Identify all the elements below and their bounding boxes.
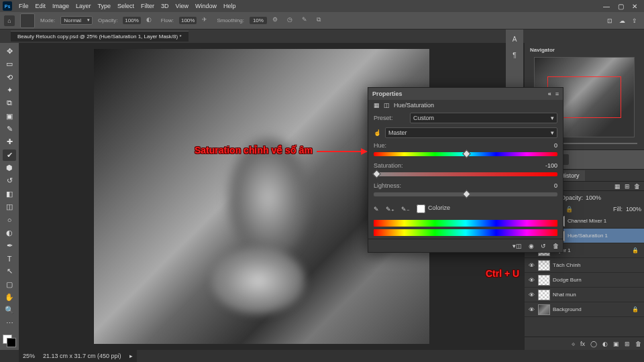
- lightness-value[interactable]: 0: [539, 182, 557, 189]
- view-previous-icon[interactable]: ◉: [529, 243, 534, 249]
- layer-row[interactable]: 👁Dodge Burn: [525, 273, 644, 288]
- blur-tool[interactable]: ○: [3, 214, 16, 225]
- minimize-icon[interactable]: —: [603, 3, 610, 10]
- menu-file[interactable]: File: [19, 3, 29, 9]
- share-icon[interactable]: ⇪: [632, 17, 637, 24]
- document-tabs: Beauty Retouch copy.psd @ 25% (Hue/Satur…: [0, 29, 644, 43]
- history-trash-icon[interactable]: 🗑: [634, 183, 640, 190]
- menu-image[interactable]: Image: [52, 3, 69, 9]
- dodge-tool[interactable]: ◐: [3, 227, 16, 238]
- trash-icon[interactable]: 🗑: [553, 243, 559, 249]
- pressure-size-icon[interactable]: ✎: [302, 16, 311, 25]
- layer-row[interactable]: 👁Background🔒: [525, 302, 644, 317]
- eyedropper-tool[interactable]: ✎: [3, 123, 16, 135]
- edit-toolbar[interactable]: ⋯: [3, 318, 16, 329]
- menu-select[interactable]: Select: [117, 3, 134, 9]
- blend-mode-select[interactable]: Normal: [60, 16, 93, 25]
- lightness-slider[interactable]: [368, 191, 563, 200]
- heal-tool[interactable]: ✚: [3, 136, 16, 147]
- reset-icon[interactable]: ↺: [541, 243, 546, 249]
- menu-help[interactable]: Help: [223, 3, 236, 9]
- home-icon[interactable]: ⌂: [4, 15, 15, 26]
- brush-preview[interactable]: [20, 13, 35, 28]
- visibility-icon[interactable]: 👁: [527, 277, 535, 284]
- hue-value[interactable]: 0: [539, 142, 557, 149]
- mode-label: Mode:: [40, 17, 55, 23]
- color-swatch[interactable]: [3, 335, 16, 347]
- menu-edit[interactable]: Edit: [36, 3, 46, 9]
- lasso-tool[interactable]: ⟲: [3, 72, 16, 83]
- angle-icon[interactable]: ◷: [287, 16, 297, 25]
- new-layer-icon[interactable]: ⊞: [625, 341, 630, 347]
- airbrush-icon[interactable]: ✈: [202, 16, 211, 25]
- type-tool[interactable]: T: [3, 253, 16, 264]
- opacity-value[interactable]: 100%: [123, 17, 140, 24]
- flow-value[interactable]: 100%: [179, 17, 197, 24]
- menu-type[interactable]: Type: [98, 3, 111, 9]
- colorize-checkbox[interactable]: [417, 204, 425, 213]
- group-icon[interactable]: ▣: [613, 341, 619, 347]
- crop-tool[interactable]: ⧉: [3, 97, 16, 109]
- cloud-icon[interactable]: ☁: [619, 17, 625, 24]
- link-layers-icon[interactable]: ⟐: [572, 341, 575, 347]
- lock-all-icon[interactable]: 🔒: [566, 206, 572, 213]
- menu-3d[interactable]: 3D: [161, 3, 169, 9]
- panel-menu-icon[interactable]: ≡: [555, 90, 559, 97]
- visibility-icon[interactable]: 👁: [527, 292, 535, 298]
- hand-tool[interactable]: ✋: [3, 292, 16, 303]
- move-tool[interactable]: ✥: [3, 46, 16, 57]
- frame-tool[interactable]: ▣: [3, 111, 16, 122]
- preset-select[interactable]: Custom: [410, 113, 557, 123]
- clip-icon[interactable]: ▾◫: [513, 243, 522, 249]
- eraser-tool[interactable]: ◧: [3, 188, 16, 199]
- pen-tool[interactable]: ✒: [3, 240, 16, 251]
- menu-view[interactable]: View: [176, 3, 189, 9]
- zoom-tool[interactable]: 🔍: [3, 304, 16, 316]
- eyedropper-sub-icon[interactable]: ✎₋: [401, 206, 410, 213]
- color-panel-icon[interactable]: A: [509, 34, 520, 44]
- history-new-icon[interactable]: ⊞: [625, 183, 630, 190]
- layer-row[interactable]: 👁Tách Chính: [525, 258, 644, 273]
- gear-icon[interactable]: ⚙: [272, 16, 282, 25]
- document-tab[interactable]: Beauty Retouch copy.psd @ 25% (Hue/Satur…: [11, 31, 189, 42]
- channel-select[interactable]: Master: [385, 127, 557, 138]
- saturation-slider[interactable]: [368, 171, 563, 180]
- stamp-tool[interactable]: ⬢: [3, 162, 16, 174]
- layer-fx-icon[interactable]: fx: [580, 341, 585, 347]
- status-chevron-icon[interactable]: ▸: [129, 353, 133, 359]
- close-icon[interactable]: ✕: [632, 3, 637, 10]
- panel-collapse-icon[interactable]: «: [548, 90, 551, 97]
- menu-layer[interactable]: Layer: [76, 3, 91, 9]
- marquee-tool[interactable]: ▭: [3, 58, 16, 70]
- path-tool[interactable]: ↖: [3, 265, 16, 277]
- gradient-tool[interactable]: ◫: [3, 201, 16, 213]
- visibility-icon[interactable]: 👁: [527, 306, 535, 313]
- hue-slider[interactable]: [368, 151, 563, 160]
- adjustment-layer-icon[interactable]: ◐: [602, 341, 608, 347]
- mask-icon[interactable]: ◫: [384, 102, 390, 109]
- saturation-value[interactable]: -100: [539, 162, 557, 169]
- history-icon[interactable]: ▦: [614, 183, 621, 190]
- visibility-icon[interactable]: 👁: [527, 262, 535, 269]
- char-panel-icon[interactable]: ¶: [509, 50, 520, 60]
- layer-opacity-value[interactable]: 100%: [586, 194, 601, 201]
- shape-tool[interactable]: ▢: [3, 279, 16, 290]
- delete-layer-icon[interactable]: 🗑: [635, 341, 641, 347]
- fill-value[interactable]: 100%: [626, 206, 641, 213]
- history-brush-tool[interactable]: ↺: [3, 175, 16, 186]
- menu-filter[interactable]: Filter: [141, 3, 154, 9]
- wand-tool[interactable]: ✦: [3, 84, 16, 96]
- layer-row[interactable]: 👁Nhat mun: [525, 288, 644, 302]
- layer-mask-icon[interactable]: ◯: [590, 341, 597, 347]
- smoothing-value[interactable]: 10%: [250, 17, 267, 24]
- maximize-icon[interactable]: ▢: [618, 3, 624, 10]
- pressure-opacity-icon[interactable]: ◐: [146, 16, 156, 25]
- eyedropper-add-icon[interactable]: ✎₊: [386, 206, 394, 213]
- brush-tool[interactable]: ✔: [3, 149, 16, 161]
- finger-icon[interactable]: ☝: [374, 129, 381, 136]
- eyedropper-icon[interactable]: ✎: [374, 206, 379, 213]
- menu-window[interactable]: Window: [195, 3, 217, 9]
- search-icon[interactable]: ⊡: [607, 17, 612, 24]
- zoom-level[interactable]: 25%: [23, 353, 35, 359]
- symmetry-icon[interactable]: ⧉: [317, 16, 326, 25]
